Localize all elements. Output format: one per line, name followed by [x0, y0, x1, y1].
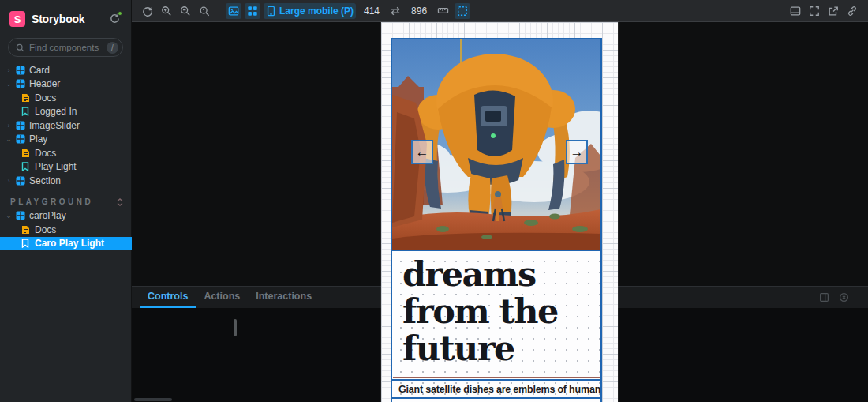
tree-item-label: Play Light [35, 161, 77, 172]
addon-close-icon[interactable] [839, 292, 849, 302]
zoom-out-button[interactable] [178, 3, 193, 19]
chevron-right-icon: › [6, 66, 12, 74]
component-tree: › Card ⌄ Header Docs [0, 63, 132, 250]
panel-position-button[interactable] [788, 3, 803, 19]
tree-item-caroplay-docs[interactable]: Docs [0, 223, 132, 237]
fullscreen-button[interactable] [806, 3, 822, 19]
docs-icon [21, 225, 31, 235]
tree-item-label: Docs [35, 224, 56, 235]
zoom-reset-button[interactable] [196, 3, 212, 19]
heading-line: from the [402, 293, 600, 330]
brand: S Storybook [0, 0, 131, 35]
tree-item-logged-in[interactable]: Logged In [0, 105, 132, 119]
measure-button[interactable] [435, 3, 451, 19]
grid-toggle-button[interactable] [245, 3, 260, 19]
sidebar: S Storybook Find components / › [0, 0, 132, 402]
tree-item-caroplay[interactable]: ⌄ caroPlay [0, 209, 132, 224]
docs-icon [21, 148, 31, 158]
toolbar-divider [219, 5, 219, 17]
viewport-width-input[interactable]: 414 [364, 6, 380, 17]
canvas-toolbar: Large mobile (P) 414 896 [132, 0, 868, 22]
chevron-down-icon: ⌄ [6, 80, 12, 88]
tree-item-label: Play [29, 133, 47, 145]
tab-controls[interactable]: Controls [140, 287, 196, 309]
storybook-app: S Storybook Find components / › [0, 0, 868, 402]
preview-scrollbar-thumb[interactable] [234, 319, 237, 336]
toolbar-right-group [786, 3, 862, 19]
tree-item-caro-play-light-selected[interactable]: Caro Play Light [0, 237, 132, 251]
component-icon [16, 134, 25, 144]
outline-toggle-button[interactable] [455, 3, 470, 19]
tree-item-label: Docs [35, 148, 56, 159]
tree-item-label: caroPlay [29, 210, 66, 221]
tree-item-header[interactable]: ⌄ Header [0, 77, 132, 92]
tree-item-label: ImageSlider [29, 120, 80, 131]
tree-item-play[interactable]: ⌄ Play [0, 133, 132, 147]
panel-horizontal-scrollbar[interactable] [134, 398, 172, 401]
update-available-dot [118, 11, 122, 16]
backgrounds-button[interactable] [226, 3, 241, 19]
tree-item-label: Header [29, 78, 60, 89]
component-icon [16, 66, 25, 75]
swap-dimensions-button[interactable] [387, 3, 403, 19]
chevron-down-icon: ⌄ [6, 135, 12, 143]
zoom-in-button[interactable] [159, 3, 174, 19]
tree-item-card[interactable]: › Card [0, 63, 132, 77]
update-refresh-icon[interactable] [109, 13, 122, 25]
preview-viewport: ← → dreams from the future Giant satelli… [381, 22, 618, 402]
viewport-select-button[interactable]: Large mobile (P) [264, 3, 356, 19]
image-slider: ← → [392, 39, 600, 251]
open-new-tab-button[interactable] [825, 3, 841, 19]
chevron-right-icon: › [6, 177, 12, 185]
search-input[interactable]: Find components / [8, 38, 123, 57]
section-header-label: PLAYGROUND [10, 197, 116, 206]
story-bookmark-icon [21, 239, 31, 248]
component-icon [16, 176, 25, 186]
component-icon [16, 121, 25, 130]
tree-item-label: Docs [35, 92, 56, 103]
story-root: ← → dreams from the future Giant satelli… [391, 38, 602, 402]
viewport-label: Large mobile (P) [279, 6, 354, 17]
slider-next-button[interactable]: → [566, 140, 588, 164]
tree-item-play-light[interactable]: Play Light [0, 160, 132, 175]
tree-item-label: Logged In [35, 106, 77, 117]
search-shortcut-badge: / [107, 42, 118, 54]
addon-orientation-icon[interactable] [819, 292, 829, 302]
heading-line: future [402, 330, 600, 367]
story-paragraph-continued: riosity. They are always out there, tran… [392, 399, 600, 402]
tabbar-icons [819, 292, 860, 302]
remount-button[interactable] [140, 3, 155, 19]
tree-item-imageslider[interactable]: › ImageSlider [0, 118, 132, 133]
viewport-height-input[interactable]: 896 [411, 6, 427, 17]
tree-item-section[interactable]: › Section [0, 174, 132, 188]
heading-line: dreams [402, 256, 600, 293]
section-header-playground[interactable]: PLAYGROUND [0, 195, 132, 209]
tab-actions[interactable]: Actions [196, 287, 248, 309]
tree-item-label: Caro Play Light [35, 238, 104, 249]
tree-item-label: Section [29, 175, 61, 186]
story-paragraph: Giant satellite dishes are emblems of hu… [392, 379, 600, 399]
collapse-section-icon[interactable] [116, 198, 124, 206]
app-title: Storybook [32, 13, 103, 25]
slider-prev-button[interactable]: ← [411, 140, 433, 164]
storybook-logo-icon: S [9, 11, 25, 27]
tree-item-header-docs[interactable]: Docs [0, 91, 132, 105]
tab-interactions[interactable]: Interactions [248, 287, 320, 309]
docs-icon [21, 93, 31, 103]
component-icon [16, 79, 25, 88]
search-icon [16, 43, 24, 52]
copy-link-button[interactable] [844, 3, 860, 19]
story-heading: dreams from the future [392, 251, 600, 369]
story-bookmark-icon [21, 107, 31, 116]
component-icon [16, 211, 25, 220]
story-text-section: dreams from the future Giant satellite d… [392, 251, 600, 402]
tree-item-play-docs[interactable]: Docs [0, 146, 132, 160]
search-placeholder: Find components [29, 43, 102, 52]
story-bookmark-icon [21, 162, 31, 171]
chevron-down-icon: ⌄ [6, 212, 12, 220]
chevron-right-icon: › [6, 122, 12, 130]
tree-item-label: Card [29, 65, 50, 76]
story-divider [393, 377, 600, 378]
